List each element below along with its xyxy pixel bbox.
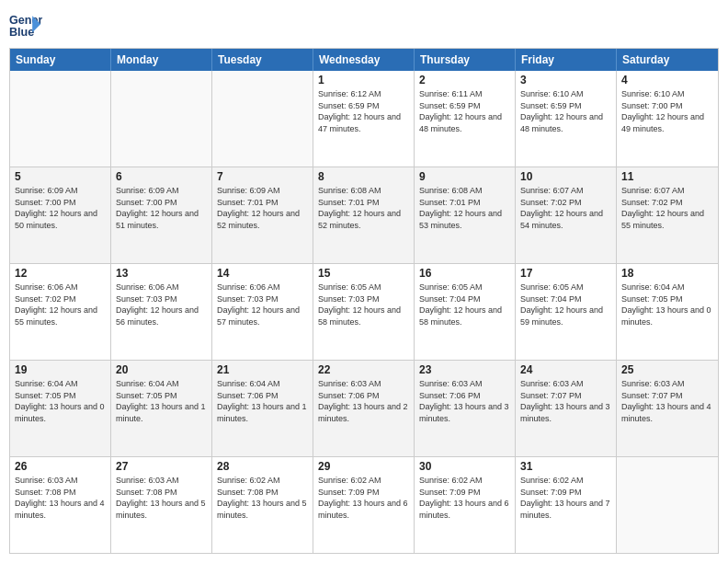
cell-info: Sunrise: 6:06 AM Sunset: 7:03 PM Dayligh… [116, 282, 207, 327]
header-day-tuesday: Tuesday [212, 49, 313, 71]
day-number: 9 [419, 170, 510, 183]
calendar-cell: 14Sunrise: 6:06 AM Sunset: 7:03 PM Dayli… [212, 264, 313, 360]
cell-info: Sunrise: 6:04 AM Sunset: 7:05 PM Dayligh… [116, 378, 207, 424]
calendar-cell [617, 457, 718, 553]
calendar-header: SundayMondayTuesdayWednesdayThursdayFrid… [10, 49, 718, 71]
cell-info: Sunrise: 6:05 AM Sunset: 7:03 PM Dayligh… [318, 282, 409, 327]
calendar-cell: 27Sunrise: 6:03 AM Sunset: 7:08 PM Dayli… [111, 457, 212, 553]
day-number: 29 [318, 460, 409, 473]
cell-info: Sunrise: 6:03 AM Sunset: 7:08 PM Dayligh… [15, 475, 106, 521]
day-number: 19 [15, 363, 106, 376]
cell-info: Sunrise: 6:10 AM Sunset: 6:59 PM Dayligh… [520, 88, 611, 134]
calendar-cell: 24Sunrise: 6:03 AM Sunset: 7:07 PM Dayli… [516, 361, 617, 456]
cell-info: Sunrise: 6:02 AM Sunset: 7:09 PM Dayligh… [318, 475, 409, 521]
day-number: 21 [217, 363, 308, 376]
day-number: 28 [217, 460, 308, 473]
calendar-cell [10, 71, 111, 167]
day-number: 24 [520, 363, 611, 376]
day-number: 18 [621, 267, 713, 280]
day-number: 25 [621, 363, 713, 376]
calendar-cell: 21Sunrise: 6:04 AM Sunset: 7:06 PM Dayli… [212, 361, 313, 456]
day-number: 16 [419, 267, 510, 280]
calendar-cell: 15Sunrise: 6:05 AM Sunset: 7:03 PM Dayli… [313, 264, 415, 360]
calendar-cell: 30Sunrise: 6:02 AM Sunset: 7:09 PM Dayli… [415, 457, 516, 553]
cell-info: Sunrise: 6:03 AM Sunset: 7:07 PM Dayligh… [621, 378, 713, 424]
logo-icon: General Blue [9, 9, 42, 42]
cell-info: Sunrise: 6:03 AM Sunset: 7:07 PM Dayligh… [520, 378, 611, 424]
cell-info: Sunrise: 6:04 AM Sunset: 7:05 PM Dayligh… [15, 378, 106, 424]
header-day-thursday: Thursday [415, 49, 516, 71]
day-number: 8 [318, 170, 409, 183]
cell-info: Sunrise: 6:03 AM Sunset: 7:06 PM Dayligh… [318, 378, 409, 424]
header-day-monday: Monday [111, 49, 212, 71]
calendar-cell: 10Sunrise: 6:07 AM Sunset: 7:02 PM Dayli… [516, 167, 617, 263]
calendar-cell: 19Sunrise: 6:04 AM Sunset: 7:05 PM Dayli… [10, 361, 111, 456]
cell-info: Sunrise: 6:08 AM Sunset: 7:01 PM Dayligh… [318, 185, 409, 231]
cell-info: Sunrise: 6:04 AM Sunset: 7:05 PM Dayligh… [621, 282, 713, 327]
cell-info: Sunrise: 6:10 AM Sunset: 7:00 PM Dayligh… [621, 88, 713, 134]
calendar-cell: 1Sunrise: 6:12 AM Sunset: 6:59 PM Daylig… [313, 71, 415, 167]
day-number: 6 [116, 170, 207, 183]
header-day-wednesday: Wednesday [313, 49, 415, 71]
calendar-row: 19Sunrise: 6:04 AM Sunset: 7:05 PM Dayli… [10, 360, 718, 456]
day-number: 31 [520, 460, 611, 473]
calendar-cell: 7Sunrise: 6:09 AM Sunset: 7:01 PM Daylig… [212, 167, 313, 263]
day-number: 15 [318, 267, 409, 280]
cell-info: Sunrise: 6:02 AM Sunset: 7:09 PM Dayligh… [419, 475, 510, 521]
cell-info: Sunrise: 6:12 AM Sunset: 6:59 PM Dayligh… [318, 88, 409, 134]
cell-info: Sunrise: 6:05 AM Sunset: 7:04 PM Dayligh… [520, 282, 611, 327]
day-number: 30 [419, 460, 510, 473]
calendar-cell: 13Sunrise: 6:06 AM Sunset: 7:03 PM Dayli… [111, 264, 212, 360]
calendar-cell: 4Sunrise: 6:10 AM Sunset: 7:00 PM Daylig… [617, 71, 718, 167]
cell-info: Sunrise: 6:07 AM Sunset: 7:02 PM Dayligh… [520, 185, 611, 231]
day-number: 1 [318, 74, 409, 86]
cell-info: Sunrise: 6:06 AM Sunset: 7:03 PM Dayligh… [217, 282, 308, 327]
day-number: 7 [217, 170, 308, 183]
cell-info: Sunrise: 6:07 AM Sunset: 7:02 PM Dayligh… [621, 185, 713, 231]
day-number: 11 [621, 170, 713, 183]
cell-info: Sunrise: 6:03 AM Sunset: 7:08 PM Dayligh… [116, 475, 207, 521]
calendar-cell: 9Sunrise: 6:08 AM Sunset: 7:01 PM Daylig… [415, 167, 516, 263]
day-number: 14 [217, 267, 308, 280]
calendar-cell [111, 71, 212, 167]
calendar-cell: 16Sunrise: 6:05 AM Sunset: 7:04 PM Dayli… [415, 264, 516, 360]
calendar-row: 12Sunrise: 6:06 AM Sunset: 7:02 PM Dayli… [10, 263, 718, 360]
calendar-cell: 22Sunrise: 6:03 AM Sunset: 7:06 PM Dayli… [313, 361, 415, 456]
day-number: 20 [116, 363, 207, 376]
calendar-cell: 23Sunrise: 6:03 AM Sunset: 7:06 PM Dayli… [415, 361, 516, 456]
header: General Blue [9, 9, 719, 42]
day-number: 5 [15, 170, 106, 183]
cell-info: Sunrise: 6:02 AM Sunset: 7:08 PM Dayligh… [217, 475, 308, 521]
day-number: 27 [116, 460, 207, 473]
cell-info: Sunrise: 6:09 AM Sunset: 7:00 PM Dayligh… [15, 185, 106, 231]
calendar-cell: 11Sunrise: 6:07 AM Sunset: 7:02 PM Dayli… [617, 167, 718, 263]
day-number: 3 [520, 74, 611, 86]
cell-info: Sunrise: 6:02 AM Sunset: 7:09 PM Dayligh… [520, 475, 611, 521]
header-day-friday: Friday [516, 49, 617, 71]
header-day-saturday: Saturday [617, 49, 718, 71]
cell-info: Sunrise: 6:08 AM Sunset: 7:01 PM Dayligh… [419, 185, 510, 231]
day-number: 13 [116, 267, 207, 280]
calendar-row: 5Sunrise: 6:09 AM Sunset: 7:00 PM Daylig… [10, 167, 718, 263]
cell-info: Sunrise: 6:05 AM Sunset: 7:04 PM Dayligh… [419, 282, 510, 327]
calendar-cell: 31Sunrise: 6:02 AM Sunset: 7:09 PM Dayli… [516, 457, 617, 553]
calendar-cell [212, 71, 313, 167]
calendar-row: 26Sunrise: 6:03 AM Sunset: 7:08 PM Dayli… [10, 456, 718, 553]
calendar-body: 1Sunrise: 6:12 AM Sunset: 6:59 PM Daylig… [10, 71, 718, 553]
cell-info: Sunrise: 6:03 AM Sunset: 7:06 PM Dayligh… [419, 378, 510, 424]
day-number: 23 [419, 363, 510, 376]
calendar-row: 1Sunrise: 6:12 AM Sunset: 6:59 PM Daylig… [10, 71, 718, 167]
calendar-cell: 25Sunrise: 6:03 AM Sunset: 7:07 PM Dayli… [617, 361, 718, 456]
calendar-cell: 18Sunrise: 6:04 AM Sunset: 7:05 PM Dayli… [617, 264, 718, 360]
cell-info: Sunrise: 6:09 AM Sunset: 7:01 PM Dayligh… [217, 185, 308, 231]
day-number: 22 [318, 363, 409, 376]
calendar-cell: 20Sunrise: 6:04 AM Sunset: 7:05 PM Dayli… [111, 361, 212, 456]
logo: General Blue [9, 9, 46, 42]
calendar-cell: 12Sunrise: 6:06 AM Sunset: 7:02 PM Dayli… [10, 264, 111, 360]
calendar-cell: 6Sunrise: 6:09 AM Sunset: 7:00 PM Daylig… [111, 167, 212, 263]
calendar: SundayMondayTuesdayWednesdayThursdayFrid… [9, 48, 719, 554]
day-number: 10 [520, 170, 611, 183]
day-number: 12 [15, 267, 106, 280]
calendar-cell: 5Sunrise: 6:09 AM Sunset: 7:00 PM Daylig… [10, 167, 111, 263]
day-number: 26 [15, 460, 106, 473]
